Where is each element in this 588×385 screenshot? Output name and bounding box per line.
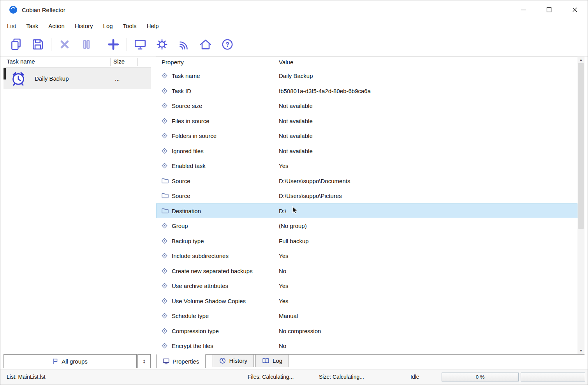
window-title: Cobian Reflector: [22, 7, 65, 13]
property-label: Task name: [172, 72, 200, 79]
maximize-button[interactable]: [536, 0, 562, 19]
property-label: Use Volume Shadow Copies: [172, 297, 246, 304]
tab-log[interactable]: Log: [255, 355, 289, 367]
tab-properties[interactable]: Properties: [156, 354, 206, 368]
column-value[interactable]: Value: [279, 59, 293, 65]
properties-tab-icon: [163, 358, 169, 365]
diamond-icon: [162, 133, 167, 139]
property-row[interactable]: Use Volume Shadow CopiesYes: [156, 293, 577, 309]
property-row[interactable]: Include subdirectoriesYes: [156, 248, 577, 263]
toolbar-separator: [127, 38, 127, 51]
property-row[interactable]: Use archive attributesYes: [156, 278, 577, 293]
diamond-icon: [162, 163, 167, 169]
property-label: Source size: [172, 102, 202, 109]
property-label: Task ID: [172, 87, 191, 94]
settings-button[interactable]: [151, 35, 173, 54]
property-value: Yes: [279, 283, 288, 289]
all-groups-button[interactable]: All groups: [4, 354, 137, 368]
property-row[interactable]: Files in sourceNot available: [156, 113, 577, 129]
signal-button[interactable]: [173, 35, 195, 54]
property-row[interactable]: Backup typeFull backup: [156, 233, 577, 249]
home-button[interactable]: [195, 35, 217, 54]
folder-icon: [162, 193, 169, 198]
add-task-button[interactable]: [102, 35, 124, 54]
vertical-scrollbar[interactable]: ▲ ▼: [577, 57, 584, 354]
save-button[interactable]: [27, 35, 49, 54]
task-size: ...: [115, 75, 120, 82]
status-files: Files: Calculating...: [248, 374, 294, 380]
property-row[interactable]: Enabled taskYes: [156, 158, 577, 173]
column-size[interactable]: Size: [113, 58, 125, 65]
property-row[interactable]: Task nameDaily Backup: [156, 68, 577, 83]
property-row[interactable]: Group(No group): [156, 218, 577, 233]
property-row[interactable]: Encrypt the filesNo: [156, 338, 577, 353]
status-bar: List: MainList.lst Files: Calculating...…: [0, 369, 588, 385]
toolbar: ?: [0, 32, 588, 57]
pause-button[interactable]: [76, 35, 97, 54]
property-row[interactable]: Compression typeNo compression: [156, 323, 577, 339]
monitor-button[interactable]: [129, 35, 151, 54]
toolbar-separator: [100, 38, 100, 51]
history-tab-icon: [219, 357, 226, 364]
toolbar-separator: [51, 38, 51, 51]
property-label: Encrypt the files: [172, 343, 213, 349]
monitor-icon: [133, 37, 147, 51]
menu-item-list[interactable]: List: [2, 21, 21, 31]
property-row[interactable]: Folders in sourceNot available: [156, 128, 577, 143]
scroll-down-icon[interactable]: ▼: [577, 348, 584, 354]
menu-item-action[interactable]: Action: [43, 21, 70, 31]
property-row[interactable]: DestinationD:\: [156, 203, 577, 219]
property-row[interactable]: Create new separated backupsNo: [156, 263, 577, 279]
folder-icon: [162, 178, 169, 184]
new-list-button[interactable]: [5, 35, 27, 54]
task-panel-footer: All groups ↕: [4, 353, 151, 369]
menu-item-history[interactable]: History: [70, 21, 98, 31]
status-state: Idle: [410, 374, 419, 380]
menu-item-tools[interactable]: Tools: [118, 21, 142, 31]
selection-marker: [4, 68, 6, 79]
scroll-up-icon[interactable]: ▲: [577, 57, 584, 63]
minimize-button[interactable]: [511, 0, 536, 19]
diamond-icon: [162, 328, 167, 334]
property-row[interactable]: Schedule typeManual: [156, 308, 577, 323]
diamond-icon: [162, 88, 167, 94]
svg-text:?: ?: [225, 41, 229, 48]
help-button[interactable]: ?: [217, 35, 238, 54]
properties-header: Property Value: [156, 57, 577, 68]
property-label: Enabled task: [172, 162, 206, 169]
property-row[interactable]: SourceD:\Users\suppo\Pictures: [156, 188, 577, 203]
property-value: Not available: [279, 147, 313, 154]
tab-history[interactable]: History: [213, 355, 254, 367]
property-value: Full backup: [279, 237, 309, 244]
property-row[interactable]: Task IDfb50801a-d3f5-4a2d-80eb-6b9ca6a: [156, 83, 577, 99]
diamond-icon: [162, 298, 167, 304]
task-list-header: Task name Size: [4, 57, 151, 67]
sort-button[interactable]: ↕: [137, 354, 151, 368]
diamond-icon: [162, 223, 167, 229]
help-icon: ?: [220, 37, 234, 51]
column-property[interactable]: Property: [162, 59, 184, 65]
groups-icon: [53, 358, 58, 364]
menu-item-log[interactable]: Log: [98, 21, 118, 31]
delete-button[interactable]: [54, 35, 76, 54]
property-value: fb50801a-d3f5-4a2d-80eb-6b9ca6a: [279, 87, 371, 94]
task-row[interactable]: Daily Backup...: [4, 67, 151, 89]
scroll-thumb[interactable]: [578, 63, 584, 229]
property-label: Backup type: [172, 237, 204, 244]
close-button[interactable]: [562, 0, 588, 19]
window-controls: [511, 0, 588, 19]
column-task-name[interactable]: Task name: [7, 58, 35, 65]
property-label: Destination: [172, 207, 201, 214]
property-row[interactable]: SourceD:\Users\suppo\Documents: [156, 173, 577, 189]
property-label: Schedule type: [172, 313, 209, 319]
menu-item-help[interactable]: Help: [142, 21, 164, 31]
progress-bar: 0 %: [442, 373, 519, 381]
menu-item-task[interactable]: Task: [21, 21, 43, 31]
property-row[interactable]: Ignored filesNot available: [156, 143, 577, 159]
diamond-icon: [162, 283, 167, 289]
app-icon: [9, 5, 18, 14]
property-value: No compression: [279, 327, 321, 334]
property-label: Group: [172, 223, 188, 229]
property-row[interactable]: Source sizeNot available: [156, 98, 577, 113]
save-icon: [31, 37, 45, 51]
